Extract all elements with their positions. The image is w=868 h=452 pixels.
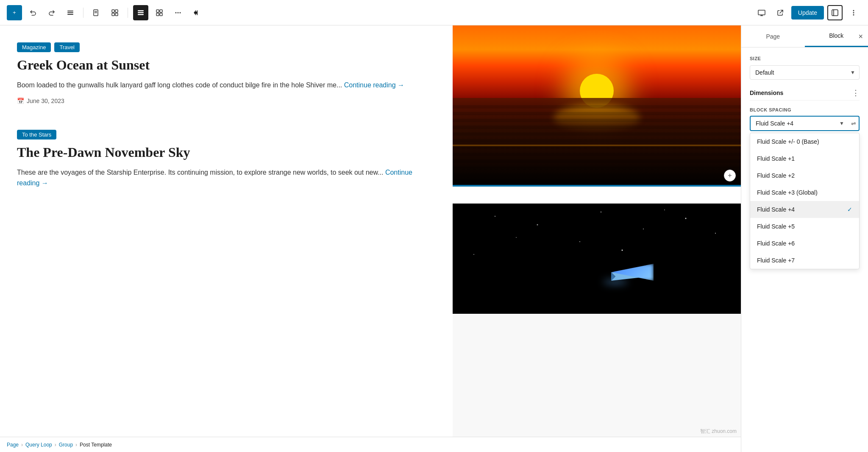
tag-travel: Travel [54,42,80,52]
dropdown-item-6[interactable]: Fluid Scale +6 [750,235,859,252]
svg-rect-7 [115,10,118,12]
calendar-icon: 📅 [17,98,24,104]
svg-point-31 [643,229,644,229]
post-1-date: 📅 June 30, 2023 [17,98,436,104]
svg-point-30 [601,212,601,212]
size-select[interactable]: Default [750,65,860,80]
tag-to-the-stars: To the Stars [17,130,56,140]
night-sky-image-card [453,204,741,314]
svg-point-34 [579,241,580,242]
spacing-settings-icon[interactable]: ⇌ [851,120,856,127]
collapse-button[interactable] [189,5,204,20]
separator-2 [128,8,128,18]
tag-magazine: Magazine [17,42,51,52]
svg-rect-6 [112,10,114,12]
block-spacing-label: BLOCK SPACING [750,107,860,112]
stars-svg [453,204,741,314]
svg-point-32 [685,218,687,219]
dropdown-item-1[interactable]: Fluid Scale +1 [750,150,859,167]
svg-rect-9 [115,13,118,16]
dimensions-label: Dimensions [750,89,783,96]
redo-button[interactable] [44,5,59,20]
external-link-button[interactable] [773,5,788,20]
post-2-tags: To the Stars [17,130,436,140]
svg-rect-2 [67,14,73,15]
image-selected-border [453,185,741,187]
svg-point-26 [853,12,854,13]
svg-point-37 [473,254,474,255]
add-block-button[interactable]: + [7,5,22,20]
breadcrumb-page[interactable]: Page [7,442,19,448]
spacing-select-wrapper: Fluid Scale +4 ▼ ⇌ [750,116,860,131]
size-label: SIZE [750,56,860,61]
document-button[interactable] [89,5,104,20]
toolbar: + Update [0,0,868,25]
svg-rect-15 [156,13,159,16]
block-spacing-select[interactable]: Fluid Scale +4 [750,116,860,131]
svg-point-25 [853,10,854,11]
svg-point-27 [853,14,854,15]
separator-1 [83,8,83,18]
dropdown-item-2[interactable]: Fluid Scale +2 [750,167,859,184]
toolbar-right: Update [754,5,861,20]
svg-rect-8 [112,13,114,16]
settings-button[interactable] [827,5,843,20]
svg-rect-20 [758,10,765,15]
left-panel: Magazine Travel Greek Ocean at Sunset Bo… [0,25,453,452]
selected-check-icon: ✓ [847,206,852,213]
dropdown-item-7[interactable]: Fluid Scale +7 [750,252,859,269]
dropdown-item-5[interactable]: Fluid Scale +5 [750,218,859,235]
more-menu-button[interactable] [846,5,861,20]
svg-point-17 [175,12,177,13]
right-panel: Page Block × SIZE Default ▼ Dimensions ⋮… [741,25,868,452]
size-select-wrapper: Default ▼ [750,65,860,80]
dropdown-item-3[interactable]: Fluid Scale +3 (Global) [750,184,859,201]
svg-rect-12 [138,14,144,15]
list-view-button[interactable] [63,5,78,20]
desktop-view-button[interactable] [754,5,769,20]
post-1-continue[interactable]: Continue reading → [344,81,404,89]
svg-rect-23 [832,10,838,16]
dimensions-more-button[interactable]: ⋮ [852,88,860,98]
breadcrumb-group[interactable]: Group [59,442,73,448]
breadcrumb-post-template: Post Template [80,442,112,448]
post-1-tags: Magazine Travel [17,42,436,52]
svg-rect-10 [138,10,144,11]
svg-point-36 [715,233,716,234]
panel-close-button[interactable]: × [858,32,863,41]
svg-point-38 [622,250,623,251]
breadcrumb-sep-1: › [21,442,23,448]
dropdown-item-0[interactable]: Fluid Scale +/- 0 (Base) [750,133,859,150]
post-2-excerpt: These are the voyages of the Starship En… [17,167,436,189]
image-add-button[interactable]: + [724,170,736,181]
svg-rect-1 [67,12,73,13]
breadcrumb: Page › Query Loop › Group › Post Templat… [0,437,741,452]
sunset-image [453,25,741,187]
svg-rect-0 [67,11,73,11]
breadcrumb-query-loop[interactable]: Query Loop [25,442,52,448]
svg-point-19 [180,12,181,13]
undo-button[interactable] [25,5,41,20]
post-2-title: The Pre-Dawn November Sky [17,145,436,160]
breadcrumb-sep-2: › [55,442,56,448]
page-tab[interactable]: Page [741,26,805,47]
image-gap [453,187,741,204]
dimensions-row: Dimensions ⋮ [750,88,860,98]
svg-point-33 [516,237,517,238]
update-button[interactable]: Update [791,6,824,20]
svg-point-35 [664,209,665,210]
more-options-button[interactable] [170,5,186,20]
svg-point-28 [495,216,495,217]
grid-view-button[interactable] [152,5,167,20]
svg-rect-13 [156,10,159,12]
svg-rect-11 [138,12,144,13]
dropdown-item-4[interactable]: Fluid Scale +4 ✓ [750,201,859,218]
center-panel: + [453,25,741,452]
panel-header: Page Block × [741,25,868,47]
grid-button[interactable] [107,5,122,20]
panel-body: SIZE Default ▼ Dimensions ⋮ BLOCK SPACIN… [741,47,868,452]
post-1-excerpt: Boom loaded to the gunwalls hulk lanyard… [17,80,436,91]
post-2-continue[interactable]: Continue reading → [17,169,412,187]
list-view-active-button[interactable] [133,5,148,20]
post-1: Magazine Travel Greek Ocean at Sunset Bo… [17,42,436,104]
